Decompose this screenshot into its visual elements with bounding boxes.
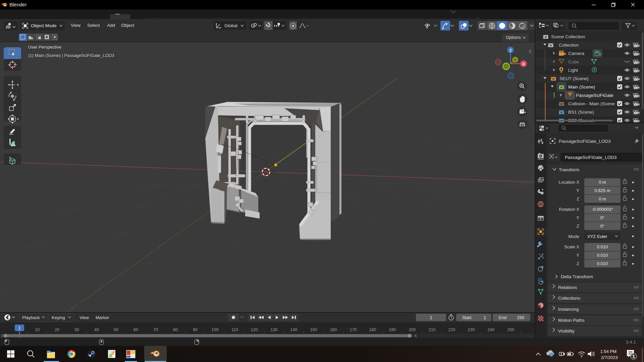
svg-text:160: 160: [330, 327, 337, 332]
svg-text:Keying: Keying: [52, 315, 65, 320]
svg-text:120: 120: [251, 327, 258, 332]
svg-text:1: 1: [632, 354, 635, 359]
svg-text:Collections: Collections: [558, 296, 580, 301]
svg-text:210: 210: [429, 327, 436, 332]
svg-text:170: 170: [350, 327, 357, 332]
svg-text:Instancing: Instancing: [558, 307, 579, 312]
svg-text:0°: 0°: [600, 215, 604, 220]
svg-text:Light: Light: [568, 68, 578, 73]
svg-text:50: 50: [114, 327, 118, 332]
svg-text:2/7/2023: 2/7/2023: [601, 355, 618, 360]
svg-text:70: 70: [153, 327, 158, 332]
svg-text:Rotation X: Rotation X: [559, 207, 579, 212]
svg-text:220: 220: [448, 327, 455, 332]
svg-text:PassageSciFiGate_LOD3: PassageSciFiGate_LOD3: [565, 155, 617, 160]
svg-text:190: 190: [389, 327, 396, 332]
svg-text:Main (Scene): Main (Scene): [568, 84, 595, 89]
svg-text:Delta Transform: Delta Transform: [561, 274, 593, 279]
svg-text:Start: Start: [462, 315, 472, 320]
svg-text:60: 60: [133, 327, 138, 332]
svg-text:BS1 (Scene): BS1 (Scene): [568, 110, 594, 115]
svg-text:0°: 0°: [600, 224, 604, 229]
svg-text:Motion Paths: Motion Paths: [558, 318, 585, 323]
svg-text:Z: Z: [577, 224, 579, 229]
svg-text:SEUT (Scene): SEUT (Scene): [559, 76, 589, 81]
svg-text:140: 140: [290, 327, 298, 332]
svg-text:-0.000003°: -0.000003°: [592, 207, 613, 212]
svg-text:30: 30: [74, 327, 79, 332]
svg-text:200: 200: [409, 327, 416, 332]
svg-text:0.625 m: 0.625 m: [595, 188, 610, 193]
svg-text:1: 1: [18, 326, 21, 330]
svg-text:Collision - Main (Scene: Collision - Main (Scene: [568, 101, 615, 106]
svg-text:20: 20: [55, 327, 59, 332]
svg-text:Transform: Transform: [559, 167, 579, 172]
svg-text:Playback: Playback: [22, 315, 40, 320]
svg-text:View: View: [79, 315, 89, 320]
svg-text:250: 250: [507, 327, 515, 332]
svg-text:230: 230: [468, 327, 475, 332]
svg-text:Y: Y: [576, 253, 579, 258]
svg-text:Camera: Camera: [568, 51, 585, 56]
svg-text:90: 90: [193, 327, 198, 332]
svg-text:Marker: Marker: [96, 315, 109, 320]
svg-text:1: 1: [430, 315, 432, 320]
svg-text:Mode: Mode: [568, 234, 579, 239]
svg-text:180: 180: [369, 327, 376, 332]
svg-text:XYZ Euler: XYZ Euler: [587, 234, 607, 239]
svg-text:100: 100: [212, 327, 219, 332]
svg-text:Z: Z: [509, 48, 512, 52]
svg-text:Z: Z: [577, 196, 579, 201]
svg-text:40: 40: [94, 327, 99, 332]
svg-text:Y: Y: [514, 58, 516, 62]
svg-text:130: 130: [271, 327, 278, 332]
svg-text:80: 80: [173, 327, 178, 332]
svg-text:Collection: Collection: [559, 43, 579, 48]
svg-text:Y: Y: [576, 188, 579, 193]
svg-text:Scene Collection: Scene Collection: [551, 34, 585, 39]
svg-text:0 m: 0 m: [599, 196, 606, 201]
svg-text:Location X: Location X: [559, 180, 580, 185]
svg-text:X: X: [522, 62, 525, 66]
svg-text:3.4.1: 3.4.1: [626, 340, 636, 345]
svg-text:Cube: Cube: [568, 59, 579, 64]
svg-text:0.010: 0.010: [597, 253, 608, 258]
svg-text:Scale X: Scale X: [564, 244, 579, 249]
svg-text:240: 240: [488, 327, 495, 332]
svg-text:Relations: Relations: [558, 285, 577, 290]
svg-text:1: 1: [484, 315, 486, 320]
svg-text:Z: Z: [577, 261, 579, 266]
svg-text:PassageSciFiGate: PassageSciFiGate: [576, 93, 613, 98]
svg-text:1:54 PM: 1:54 PM: [600, 349, 616, 354]
svg-text:150: 150: [310, 327, 317, 332]
svg-text:End: End: [499, 315, 506, 320]
svg-text:Visibility: Visibility: [558, 328, 575, 334]
svg-text:0 m: 0 m: [599, 180, 606, 185]
svg-text:0.010: 0.010: [597, 244, 608, 249]
svg-text:Y: Y: [576, 215, 579, 220]
svg-text:250: 250: [517, 315, 524, 320]
svg-text:10: 10: [35, 327, 40, 332]
svg-text:0.010: 0.010: [597, 261, 608, 266]
svg-text:110: 110: [231, 327, 238, 332]
svg-text:PassageSciFiGate_LOD3: PassageSciFiGate_LOD3: [559, 139, 611, 144]
